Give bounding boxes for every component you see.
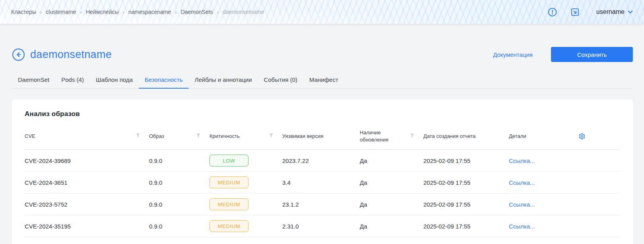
vulnerable-version-cell: 23.1.2: [282, 194, 360, 215]
col-header-cve: CVE: [25, 120, 149, 150]
update-available-cell: Да: [360, 194, 423, 215]
tab-manifest[interactable]: Манифест: [303, 72, 344, 88]
breadcrumb-separator: ›: [80, 9, 82, 15]
tab-daemonset[interactable]: DaemonSet: [12, 72, 55, 88]
details-cell: Ссылка...: [509, 150, 578, 172]
breadcrumb-separator: ›: [40, 9, 42, 15]
documentation-link[interactable]: Документация: [493, 51, 533, 58]
alert-icon[interactable]: [548, 8, 557, 17]
update-available-cell: Да: [360, 172, 423, 194]
update-available-cell: Да: [360, 150, 423, 172]
breadcrumb-current: daemonsetname: [223, 9, 264, 15]
col-header-image: Образ: [149, 120, 209, 150]
tab-labels-annotations[interactable]: Лейблы и аннотации: [189, 72, 258, 88]
image-analysis-panel: Анализ образов CVE: [12, 99, 633, 244]
col-header-report-date: Дата создания отчета: [423, 120, 509, 150]
back-button[interactable]: [12, 48, 25, 61]
details-link[interactable]: Ссылка...: [509, 179, 535, 186]
tab-events[interactable]: События (0): [258, 72, 303, 88]
user-menu[interactable]: username: [596, 8, 633, 15]
severity-cell: MEDIUM: [209, 215, 282, 237]
breadcrumb-namespaces[interactable]: Неймспейсы: [86, 9, 119, 15]
empty-cell: [578, 194, 620, 215]
report-date-cell: 2025-02-09 17:55: [423, 172, 509, 194]
update-available-cell: Да: [360, 215, 423, 237]
filter-icon[interactable]: [196, 133, 201, 139]
cve-table: CVE Образ: [25, 120, 620, 237]
details-cell: Ссылка...: [509, 215, 578, 237]
filter-icon[interactable]: [136, 133, 140, 139]
vulnerable-version-cell: 2023.7.22: [282, 150, 360, 172]
image-cell: 0.9.0: [149, 172, 209, 194]
severity-badge: MEDIUM: [209, 198, 248, 210]
tab-pod-template[interactable]: Шаблон пода: [90, 72, 139, 88]
empty-cell: [578, 150, 620, 172]
cve-cell: CVE-2024-35195: [25, 215, 149, 237]
cve-table-row: CVE-2024-39689 0.9.0 LOW 2023.7.22 Да 20…: [25, 150, 620, 172]
empty-cell: [578, 215, 620, 237]
breadcrumb-clusters[interactable]: Кластеры: [11, 9, 36, 15]
image-cell: 0.9.0: [149, 150, 209, 172]
vulnerable-version-cell: 3.4: [282, 172, 360, 194]
export-icon[interactable]: [570, 8, 580, 17]
report-date-cell: 2025-02-09 17:55: [423, 194, 509, 215]
cve-table-body: CVE-2024-39689 0.9.0 LOW 2023.7.22 Да 20…: [25, 150, 620, 237]
report-date-cell: 2025-02-09 17:55: [423, 150, 509, 172]
page-title: daemonsetname: [30, 48, 112, 61]
tab-bar: DaemonSet Pods (4) Шаблон пода Безопасно…: [12, 72, 633, 89]
severity-cell: LOW: [209, 150, 282, 172]
vulnerable-version-cell: 2.31.0: [282, 215, 360, 237]
empty-cell: [578, 172, 620, 194]
save-button[interactable]: Сохранить: [551, 47, 633, 62]
tab-pods[interactable]: Pods (4): [55, 72, 90, 88]
severity-badge: MEDIUM: [209, 176, 248, 188]
col-header-update-available: Наличие обновления: [360, 120, 423, 150]
main-content: daemonsetname Документация Сохранить Dae…: [0, 47, 644, 244]
filter-icon[interactable]: [410, 133, 415, 139]
table-settings-gear-icon[interactable]: [578, 133, 586, 140]
severity-badge: MEDIUM: [209, 220, 248, 232]
panel-title: Анализ образов: [25, 99, 620, 118]
details-cell: Ссылка...: [509, 194, 578, 215]
breadcrumb-separator: ›: [217, 9, 219, 15]
breadcrumb-clustername[interactable]: clustername: [46, 9, 76, 15]
details-link[interactable]: Ссылка...: [509, 201, 535, 208]
details-link[interactable]: Ссылка...: [509, 157, 535, 164]
cve-cell: CVE-2023-5752: [25, 194, 149, 215]
report-date-cell: 2025-02-09 17:55: [423, 215, 509, 237]
breadcrumb-daemonsets[interactable]: DaemonSets: [181, 9, 213, 15]
col-header-vulnerable-version: Уязвимая версия: [282, 120, 360, 150]
image-cell: 0.9.0: [149, 194, 209, 215]
cve-table-row: CVE-2024-3651 0.9.0 MEDIUM 3.4 Да 2025-0…: [25, 172, 620, 194]
breadcrumb-namespacename[interactable]: namespacename: [128, 9, 171, 15]
cve-table-row: CVE-2024-35195 0.9.0 MEDIUM 2.31.0 Да 20…: [25, 215, 620, 237]
breadcrumb-separator: ›: [175, 9, 177, 15]
tab-security[interactable]: Безопасность: [139, 72, 189, 88]
top-bar: Кластеры › clustername › Неймспейсы › na…: [0, 0, 644, 24]
table-header-row: CVE Образ: [25, 120, 620, 150]
username-label: username: [596, 8, 625, 15]
breadcrumb-separator: ›: [123, 9, 124, 15]
cve-cell: CVE-2024-3651: [25, 172, 149, 194]
image-cell: 0.9.0: [149, 215, 209, 237]
severity-cell: MEDIUM: [209, 194, 282, 215]
details-cell: Ссылка...: [509, 172, 578, 194]
cve-cell: CVE-2024-39689: [25, 150, 149, 172]
details-link[interactable]: Ссылка...: [509, 223, 535, 230]
col-header-details: Детали: [509, 120, 578, 150]
filter-icon[interactable]: [269, 133, 274, 139]
col-header-settings: [578, 120, 620, 150]
severity-badge: LOW: [209, 155, 248, 167]
col-header-severity: Критичность: [209, 120, 282, 150]
title-row: daemonsetname Документация Сохранить: [12, 47, 633, 62]
breadcrumb: Кластеры › clustername › Неймспейсы › na…: [11, 9, 264, 15]
chevron-down-icon: [628, 10, 633, 14]
severity-cell: MEDIUM: [209, 172, 282, 194]
cve-table-row: CVE-2023-5752 0.9.0 MEDIUM 23.1.2 Да 202…: [25, 194, 620, 215]
